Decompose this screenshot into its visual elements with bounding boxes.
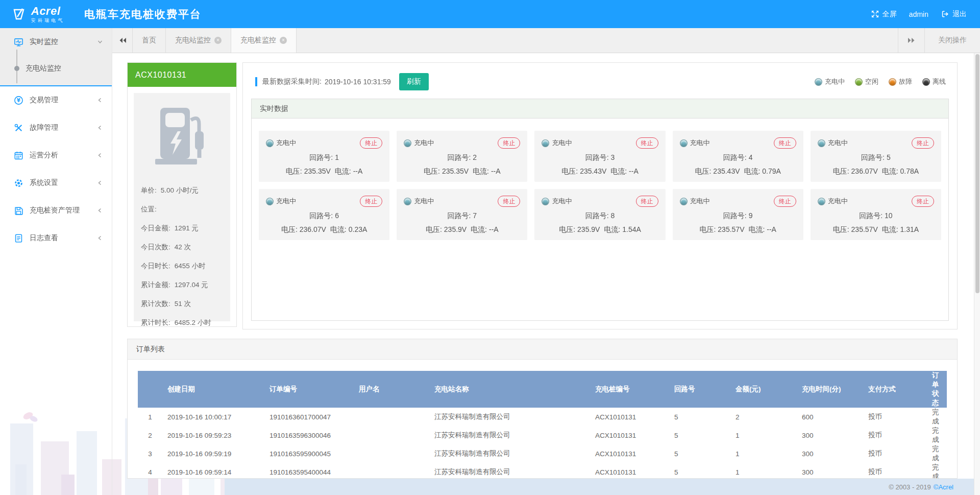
cell-status: 完成 — [927, 426, 947, 444]
cell-payment: 投币 — [863, 408, 927, 426]
refresh-time-label: 最新数据采集时间: — [262, 77, 322, 86]
brand-link[interactable]: ©Acrel — [934, 483, 953, 491]
sidebar-item-settings[interactable]: 系统设置 — [0, 169, 112, 197]
stat-label: 累计金额: — [141, 280, 170, 290]
logout-label: 退出 — [952, 10, 967, 19]
transaction-icon: ¥ — [13, 95, 23, 105]
terminate-button[interactable]: 终止 — [360, 137, 382, 149]
username-menu[interactable]: admin — [909, 10, 928, 18]
tabs-scroll-left-button[interactable] — [112, 28, 133, 53]
sidebar-item-label: 日志查看 — [30, 233, 96, 243]
gear-icon — [13, 178, 23, 188]
stat-line: 单价: 5.00 小时/元 — [141, 181, 223, 200]
refresh-button[interactable]: 刷新 — [399, 73, 429, 90]
channel-card: 充电中 终止 回路号:9 电压:235.57V 电流:--A — [673, 189, 803, 240]
close-operations-label: 关闭操作 — [938, 36, 967, 45]
circuit-label: 回路号: — [859, 211, 883, 220]
channel-status-label: 充电中 — [414, 197, 434, 206]
sidebar-item-label: 交易管理 — [30, 96, 96, 105]
charging-status-icon — [680, 139, 688, 147]
cell-create-date: 2019-10-16 09:59:19 — [162, 444, 264, 463]
tab-close-icon[interactable]: × — [214, 37, 222, 44]
username-label: admin — [909, 10, 928, 18]
circuit-number: 2 — [473, 153, 477, 161]
charging-status-icon — [266, 198, 274, 205]
stat-line: 累计金额: 1297.04 元 — [141, 275, 223, 294]
circuit-number: 6 — [335, 211, 339, 220]
tabs-scroll-right-button[interactable] — [898, 28, 924, 53]
stat-value: 1297.04 元 — [175, 280, 208, 290]
terminate-button[interactable]: 终止 — [774, 196, 796, 207]
channel-card: 充电中 终止 回路号:2 电压:235.35V 电流:--A — [397, 131, 527, 182]
index-column-header — [138, 371, 162, 408]
column-header: 支付方式 — [863, 371, 927, 408]
realtime-data-section: 实时数据 充电中 终止 回路号 — [251, 99, 949, 321]
cell-status: 完成 — [927, 463, 947, 479]
sidebar-item-pile-assets[interactable]: 充电桩资产管理 — [0, 197, 112, 224]
current-label: 电流: — [604, 225, 620, 233]
stat-label: 今日时长: — [141, 262, 170, 271]
fullscreen-icon — [871, 10, 879, 18]
page-title: 电瓶车充电桩收费平台 — [84, 7, 202, 21]
stat-label: 位置: — [141, 205, 157, 214]
terminate-button[interactable]: 终止 — [912, 137, 934, 149]
terminate-button[interactable]: 终止 — [636, 137, 658, 149]
tab-station-monitor[interactable]: 充电站监控 × — [166, 28, 231, 53]
footer: © 2003 - 2019 ©Acrel — [225, 479, 980, 495]
row-index: 4 — [138, 463, 162, 479]
current-value: 1.54A — [622, 225, 641, 233]
current-label: 电流: — [473, 167, 489, 175]
circuit-label: 回路号: — [861, 153, 885, 161]
sidebar-item-logs[interactable]: 日志查看 — [0, 224, 112, 252]
chevron-left-icon — [96, 124, 104, 131]
channel-card: 充电中 终止 回路号:8 电压:235.9V 电流:1.54A — [534, 189, 665, 240]
tab-label: 首页 — [142, 36, 156, 45]
cell-pile-id: ACX1010131 — [590, 444, 669, 463]
current-label: 电流: — [744, 167, 760, 175]
refresh-time-value: 2019-10-16 10:31:59 — [325, 78, 391, 86]
cell-payment: 投币 — [863, 426, 927, 444]
logout-button[interactable]: 退出 — [941, 10, 967, 19]
cell-username — [354, 463, 429, 479]
cell-amount: 1 — [730, 444, 797, 463]
charging-pile-icon — [152, 106, 212, 170]
cell-amount: 1 — [730, 463, 797, 479]
fullscreen-button[interactable]: 全屏 — [871, 10, 897, 19]
voltage-value: 236.07V — [851, 167, 878, 175]
stat-line: 位置: — [141, 200, 223, 219]
terminate-button[interactable]: 终止 — [636, 196, 658, 207]
terminate-button[interactable]: 终止 — [774, 137, 796, 149]
scrollbar-thumb[interactable] — [975, 54, 979, 293]
sidebar-subitem-station-monitor[interactable]: 充电站监控 — [0, 56, 112, 81]
terminate-button[interactable]: 终止 — [912, 196, 934, 207]
circuit-label: 回路号: — [585, 211, 609, 220]
status-legend: 充电中 空闲 故障 离线 — [815, 77, 946, 86]
charging-status-icon — [818, 139, 825, 147]
channel-card: 充电中 终止 回路号:4 电压:235.43V 电流:0.79A — [673, 131, 803, 182]
terminate-button[interactable]: 终止 — [498, 137, 520, 149]
close-operations-dropdown[interactable]: 关闭操作 — [924, 28, 980, 53]
terminate-button[interactable]: 终止 — [498, 196, 520, 207]
vertical-scrollbar — [974, 53, 980, 495]
cell-order-number: 1910163595400044 — [264, 463, 354, 479]
circuit-label: 回路号: — [723, 211, 747, 220]
terminate-button[interactable]: 终止 — [360, 196, 382, 207]
column-header: 创建日期 — [162, 371, 264, 408]
sidebar-item-transaction[interactable]: ¥ 交易管理 — [0, 86, 112, 114]
tab-home[interactable]: 首页 — [133, 28, 166, 53]
cell-pile-id: ACX1010131 — [590, 463, 669, 479]
cell-circuit: 5 — [669, 426, 730, 444]
cell-create-date: 2019-10-16 10:00:17 — [162, 408, 264, 426]
main-content: ACX1010131 — [112, 53, 980, 479]
cell-status: 完成 — [927, 444, 947, 463]
tab-pile-monitor[interactable]: 充电桩监控 × — [231, 28, 297, 53]
sidebar-item-fault[interactable]: 故障管理 — [0, 114, 112, 142]
svg-text:¥: ¥ — [17, 98, 20, 103]
cell-order-number: 1910163601700047 — [264, 408, 354, 426]
current-label: 电流: — [882, 167, 898, 175]
stat-label: 累计时长: — [141, 318, 170, 327]
chevron-left-icon — [96, 179, 104, 186]
tab-close-icon[interactable]: × — [280, 37, 287, 44]
circuit-label: 回路号: — [447, 153, 471, 161]
sidebar-item-analytics[interactable]: 运营分析 — [0, 142, 112, 169]
